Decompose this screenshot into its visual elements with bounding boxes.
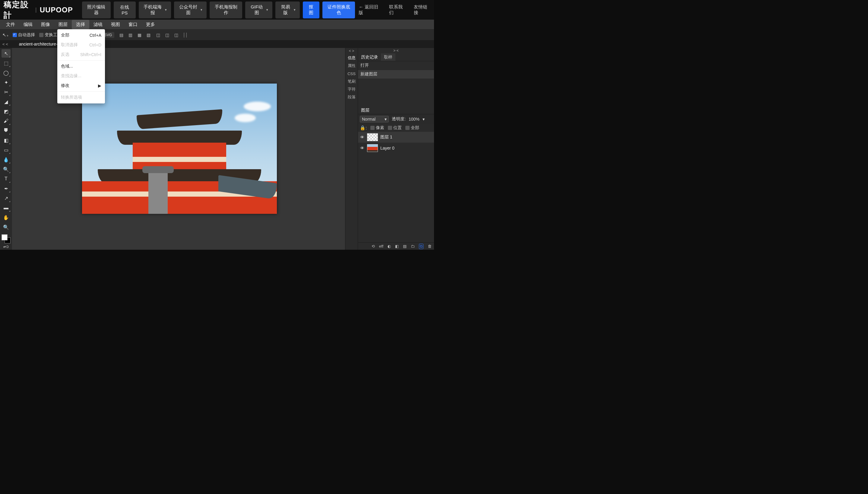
menu-window[interactable]: 窗口 (124, 20, 142, 29)
top-btn-mobile-poster[interactable]: 手机端海报▾ (139, 1, 171, 18)
align-center-icon[interactable]: ▥ (128, 32, 133, 38)
tab-layers[interactable]: 图层 (358, 107, 372, 114)
path-tool[interactable]: ↗ (1, 194, 11, 202)
history-row[interactable]: 打开 (358, 61, 434, 70)
layer-row[interactable]: 👁 图层 1 (358, 132, 434, 142)
lock-all[interactable]: 全部 (405, 125, 419, 131)
eyedropper-tool[interactable]: ◢ (1, 97, 11, 106)
menu-find-edges[interactable]: 查找边缘... (57, 71, 105, 81)
history-row[interactable]: 新建图层 (358, 70, 434, 79)
menu-deselect[interactable]: 取消选择Ctrl+D (57, 40, 105, 50)
blur-tool[interactable]: 💧 (1, 155, 11, 164)
panel-collapse-icon[interactable]: < > (345, 48, 358, 54)
top-btn-online-ps[interactable]: 在线PS (114, 1, 136, 18)
pen-tool[interactable]: ✒ (1, 184, 11, 193)
contact-link[interactable]: 联系我们 (389, 4, 406, 16)
patch-tool[interactable]: ◩ (1, 107, 11, 115)
auto-select-check[interactable]: 自动选择 (13, 32, 35, 38)
zoom-tool[interactable]: 🔍 (1, 223, 11, 231)
tab-info[interactable]: 信息 (345, 54, 358, 62)
top-btn-gif[interactable]: GIF动图▾ (245, 1, 272, 18)
link-icon[interactable]: ⟲ (371, 244, 375, 248)
menu-color-range[interactable]: 色域... (57, 61, 105, 71)
folder-icon[interactable]: 🗀 (411, 244, 415, 248)
brush-tool[interactable]: 🖌 (1, 117, 11, 125)
visibility-icon[interactable]: 👁 (360, 135, 365, 140)
color-swatch[interactable] (1, 234, 11, 243)
layer-name[interactable]: 图层 1 (380, 134, 392, 140)
mask-icon[interactable]: ◐ (388, 244, 391, 248)
wand-tool[interactable]: ✦ (1, 78, 11, 87)
top-btn-easy[interactable]: 简易版▾ (275, 1, 300, 18)
dist-2-icon[interactable]: ◫ (165, 32, 170, 38)
canvas[interactable] (82, 83, 277, 214)
menu-layer[interactable]: 图层 (54, 20, 72, 29)
tab-char[interactable]: 字符 (345, 86, 358, 93)
lock-icon: 🔒: (360, 125, 367, 131)
trash-icon[interactable]: 🗑 (428, 244, 431, 248)
gradient-tool[interactable]: ▭ (1, 146, 11, 154)
menu-modify[interactable]: 修改▶ (57, 81, 105, 91)
transform-check[interactable]: 变换工 (39, 32, 57, 38)
layer-name[interactable]: Layer 0 (380, 146, 394, 151)
panel-collapse-right-icon[interactable]: > < (358, 48, 434, 53)
opacity-value[interactable]: 100% (409, 117, 420, 121)
dist-1-icon[interactable]: ◫ (155, 32, 161, 38)
tab-properties[interactable]: 属性 (345, 62, 358, 70)
tab-para[interactable]: 段落 (345, 93, 358, 101)
top-btn-photo-editor[interactable]: 照片编辑器 (82, 1, 111, 18)
visibility-icon[interactable]: 👁 (360, 146, 365, 151)
text-tool[interactable]: T (1, 175, 11, 183)
adjust-icon[interactable]: ◧ (395, 244, 399, 248)
stamp-tool[interactable]: ⛊ (1, 126, 11, 135)
menu-edit[interactable]: 编辑 (19, 20, 37, 29)
new-layer-icon[interactable]: ⧉ (419, 244, 423, 249)
menu-more[interactable]: 更多 (142, 20, 159, 29)
top-btn-idphoto[interactable]: 证件照换底色 (323, 1, 355, 18)
menu-transform-selection[interactable]: 转换所选项 (57, 93, 105, 102)
caret-icon[interactable]: ▾ (423, 117, 425, 121)
blend-mode-select[interactable]: Normal▾ (360, 116, 389, 122)
dodge-tool[interactable]: 🔍 (1, 165, 11, 173)
top-btn-cutout[interactable]: 抠图 (303, 1, 320, 18)
lock-pixel[interactable]: 像素 (370, 125, 384, 131)
lock-pos[interactable]: 位置 (388, 125, 402, 131)
menu-select[interactable]: 选择 (72, 20, 89, 29)
shape-tool[interactable]: ▬ (1, 204, 11, 212)
layer-row[interactable]: 👁 Layer 0 (358, 142, 434, 153)
menu-select-all[interactable]: 全部Ctrl+A (57, 31, 105, 40)
menu-file[interactable]: 文件 (2, 20, 19, 29)
tab-sample[interactable]: 取样 (381, 53, 396, 61)
menu-inverse[interactable]: 反选Shift+Ctrl+I (57, 50, 105, 59)
fx-icon[interactable]: eff (379, 244, 383, 248)
menu-view[interactable]: 视图 (107, 20, 124, 29)
tab-css[interactable]: CSS (345, 70, 358, 77)
menu-image[interactable]: 图像 (37, 20, 54, 29)
align-right-icon[interactable]: ▦ (137, 32, 142, 38)
doc-chevron-icon[interactable]: < < (2, 42, 8, 46)
eraser-tool[interactable]: ◧ (1, 136, 11, 145)
menu-filter[interactable]: 滤镜 (89, 20, 107, 29)
layer-thumb[interactable] (367, 133, 378, 141)
back-to-old-link[interactable]: ← 返回旧版 (359, 4, 380, 16)
dist-3-icon[interactable]: ◫ (173, 32, 179, 38)
hand-tool[interactable]: ✋ (1, 213, 11, 222)
marquee-tool[interactable]: ⬚ (1, 59, 11, 67)
top-btn-wechat-cover[interactable]: 公众号封面▾ (174, 1, 207, 18)
move-tool[interactable]: ↖ (1, 49, 11, 58)
logo-cn: 稿定設計 (4, 0, 32, 20)
align-top-icon[interactable]: ▧ (146, 32, 151, 38)
caret-icon: ▾ (165, 8, 167, 12)
lasso-tool[interactable]: ◯ (1, 69, 11, 77)
crop-tool[interactable]: ✂ (1, 88, 11, 96)
layer-thumb[interactable] (367, 144, 378, 152)
group-icon[interactable]: ▨ (403, 244, 407, 248)
top-btn-mobile-poster-make[interactable]: 手机海报制作 (210, 1, 243, 18)
fg-color-swatch[interactable] (1, 234, 7, 240)
friend-links[interactable]: 友情链接 (414, 4, 430, 16)
caret-icon: ▾ (294, 8, 295, 12)
tab-history[interactable]: 历史记录 (358, 53, 381, 61)
tab-brush[interactable]: 笔刷 (345, 77, 358, 86)
align-left-icon[interactable]: ▤ (118, 32, 124, 38)
dist-4-icon[interactable]: ┊┊ (182, 32, 188, 38)
